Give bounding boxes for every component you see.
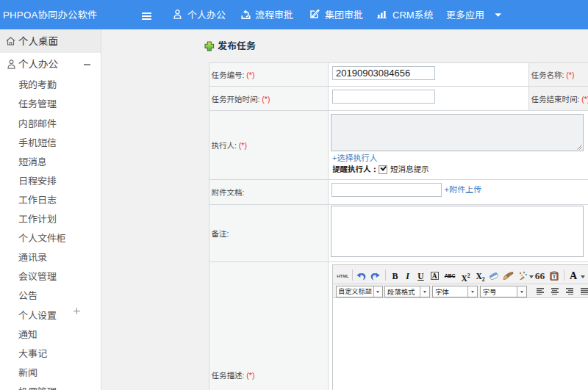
svg-text:T: T: [552, 275, 555, 279]
